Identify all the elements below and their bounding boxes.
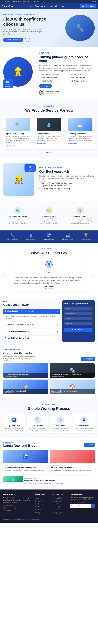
feature-title-1: A Friendly Face [36, 215, 62, 217]
carousel-next-button[interactable]: › [91, 273, 95, 277]
about-feature-0: Leak Detection & Repair [39, 74, 67, 76]
newsletter-input[interactable] [70, 504, 91, 508]
footer-service-0[interactable]: Pipe Installation [52, 497, 63, 499]
about-image-container: 👷 15+ YearsExperience [3, 57, 36, 90]
footer-newsletter: Our Newsletter Many leading plumbing pac… [70, 494, 95, 514]
banner-label-2: Drain Cleaning [44, 238, 54, 240]
banner-label-3: Plumbing Repair [62, 238, 73, 240]
about-read-more-button[interactable]: Read More [39, 84, 52, 88]
blog-img-2: 💧 [3, 476, 23, 482]
project-overlay-2: Installing Electric Heating Boiler Leak … [3, 389, 48, 394]
footer-link-0[interactable]: About Us [35, 497, 41, 499]
top-bar: 0203/645712 businessemail@live.co.uk 📍 L… [0, 0, 98, 3]
process-step-desc-1: Lorem Ipsum is simply dummy text of prin… [28, 427, 47, 431]
twitter-icon[interactable]: t [91, 1, 91, 2]
facebook-icon[interactable]: f [89, 1, 90, 2]
faq-toggle-3: + [57, 337, 58, 340]
process-grid: 🚰 Pipe Installation Lorem Ipsum is simpl… [3, 414, 95, 433]
blue-banner: 🔧 Pipe Installation 💧 Leak Detection 🚰 D… [0, 230, 98, 242]
dot-1[interactable] [48, 152, 50, 153]
nav-pages[interactable]: Pages [49, 5, 53, 7]
approach-item-2: We Keep your pipes in perfect harmony [39, 187, 95, 190]
nav-about[interactable]: About [35, 5, 39, 7]
dot-0[interactable] [46, 152, 48, 153]
service-read-more-0[interactable]: READ MORE [5, 145, 14, 147]
footer-link-5[interactable]: Pricing [35, 512, 40, 514]
linkedin-icon[interactable]: in [93, 1, 94, 2]
process-section: HOW IT WORK Simple Working Process 🚰 Pip… [0, 398, 98, 438]
testimonial-text-0: Lorem ipsum is find it has a more or les… [14, 276, 84, 284]
project-card-3: 🏠 Cutting Plumbing System for New Home P… [50, 380, 95, 394]
service-read-more-1[interactable]: READ MORE [37, 143, 46, 145]
nav-home[interactable]: Home [29, 5, 34, 7]
booking-name-input[interactable] [64, 307, 93, 310]
booking-email-input[interactable] [64, 317, 93, 320]
approach-item-1: Experts Guaranteed Workmanship [39, 184, 95, 187]
footer-service-5[interactable]: Emergency Call [52, 512, 63, 514]
faq-item-0: 1. What should I do if my is clogged? − … [3, 308, 60, 321]
nav-services[interactable]: Services [41, 5, 47, 7]
approach-clients-label: Happy Clients [26, 169, 34, 170]
carousel-prev-button[interactable]: ‹ [3, 273, 7, 277]
services-title: We Provide Service For You [3, 108, 95, 112]
footer-bottom: Copyright © 2024 Made With ❤ Webly Desig… [3, 517, 95, 520]
faq-question-2[interactable]: 3. How do I have plumbing leak? + [3, 329, 60, 334]
approach-item-0: We Offer Options For Fitting & Easy repa… [39, 182, 95, 184]
newsletter-submit-button[interactable]: → [91, 504, 95, 508]
footer-service-1[interactable]: Leak Detection [52, 500, 62, 502]
service-card-2: 🛁 Plumbing Installation Lorem Ipsum is s… [65, 116, 95, 149]
faq-question-1[interactable]: 2. Can I use chemical drain cleaners? + [3, 322, 60, 328]
service-desc-1: Lorem Ipsum is simply dummy text of the … [37, 135, 61, 142]
blog-meta-1: 06 June 2023 • Admin [51, 464, 94, 466]
footer-link-3[interactable]: Our Team [35, 506, 42, 508]
quote-mark: " [14, 271, 84, 276]
youtube-icon[interactable]: yt [95, 1, 96, 2]
hero-play-button[interactable]: ▶ [25, 38, 30, 42]
footer-link-2[interactable]: Our Services [35, 503, 44, 505]
process-title: Simple Working Process [3, 406, 95, 411]
footer-link-4[interactable]: Our Blog [35, 509, 41, 511]
process-step-3: 🛠 Toilet Tune-Up Lorem Ipsum is simply d… [73, 414, 95, 433]
blog-content-2: 06 June 2023 • Admin Keeping Your Pipes … [23, 476, 95, 486]
about-years-label: YearsExperience [5, 84, 11, 87]
footer-service-2[interactable]: Drain Cleaning [52, 503, 62, 505]
feature-desc-2: Lorem Ipsum is simply dummy text of the … [67, 218, 93, 224]
project-title-2: Installing Electric Heating Boiler [4, 390, 47, 392]
footer-brand-link[interactable]: Webly Design [22, 519, 30, 520]
nav-more[interactable]: More [60, 5, 64, 7]
process-step-0: 🚰 Pipe Installation Lorem Ipsum is simpl… [3, 414, 25, 433]
dot-2[interactable] [50, 152, 52, 153]
blog-all-button[interactable]: ALL BLOG [84, 443, 95, 446]
booking-message-input[interactable] [64, 322, 93, 325]
faq-section: FAQ Questions Answer 1. What should I do… [3, 300, 60, 342]
booking-phone-input[interactable] [64, 312, 93, 316]
testimonials-title: What Our Clients Say [3, 251, 95, 255]
feature-card-0: 🔩 Plumbing Specialists Lorem Ipsum is si… [3, 204, 32, 226]
faq-tag: FAQ [3, 301, 7, 302]
testimonials-tag: TESTIMONIALS [42, 248, 56, 250]
projects-all-button[interactable]: ALL PROJECT [81, 357, 95, 361]
booking-submit-button[interactable]: BOOK ONLINE → [64, 328, 93, 332]
footer-service-4[interactable]: Boiler Service [52, 509, 62, 511]
feature-card-1: 😊 A Friendly Face Lorem Ipsum is simply … [35, 204, 63, 226]
blog-author-0: • Admin [14, 464, 18, 466]
footer-contact: 📞 0203 827615 ✉ businessemail@live.co.uk… [3, 505, 33, 511]
faq-question-3[interactable]: 4. How do I know if a plumber? + [3, 336, 60, 341]
team-role: Pro Plumber [46, 93, 59, 94]
footer-service-3[interactable]: Plumbing Repair [52, 506, 63, 508]
nav-cta-button[interactable]: Get A Free Quote [80, 4, 96, 8]
blog-grid: 🚰 06 June 2023 • Admin • Plumbing Flowin… [3, 450, 95, 486]
approach-clients-badge: 30+ Happy Clients [24, 164, 36, 172]
newsletter-form: → [70, 504, 95, 508]
hero-primary-button[interactable]: Learn More About Us [3, 38, 23, 42]
banner-label-4: Boiler Service [82, 238, 91, 240]
projects-title: Complete Projects [3, 352, 36, 355]
feature-title-0: Plumbing Specialists [5, 215, 31, 217]
faq-question-0[interactable]: 1. What should I do if my is clogged? − [3, 309, 60, 314]
about-feature-2: Emergency Plumbing [39, 76, 67, 79]
service-read-more-2[interactable]: READ MORE [68, 143, 77, 145]
footer-quick-links-title: Quick Links [35, 494, 50, 496]
footer-link-1[interactable]: Contact Us [35, 500, 43, 502]
nav-blog[interactable]: Blog [55, 5, 58, 7]
projects-tag: OUR CASE STUDIES [3, 349, 36, 351]
